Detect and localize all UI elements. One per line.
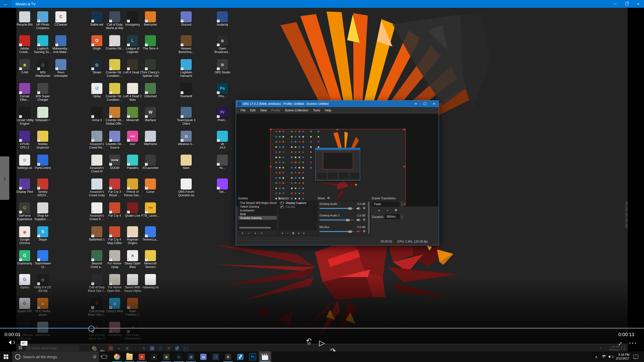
video-desktop-icon: Minecraft Servers — [140, 250, 161, 269]
action-center-icon — [633, 355, 638, 359]
obs-source-item: CS:GO — [278, 205, 317, 209]
volume-button[interactable] — [8, 339, 16, 346]
video-taskbar-app-voicemeeter — [108, 346, 113, 350]
taskbar-clock[interactable]: 3:18 PM 2/12/2017 — [616, 351, 629, 362]
video-tray-icons: ∧ — [600, 347, 602, 349]
obs-status-time: 00:00:01 — [381, 240, 392, 243]
taskbar-app-obs[interactable] — [222, 351, 234, 362]
obs-scenes-label: Scenes — [238, 197, 248, 200]
video-taskbar-app-obs — [167, 346, 171, 350]
video-desktop-icon: MSI Super Charger — [32, 83, 53, 102]
video-desktop-icon: Nvidea Inspector — [32, 131, 53, 149]
play-icon: ▷ — [319, 339, 325, 347]
taskbar-app-steam[interactable] — [185, 351, 197, 362]
tray-volume-icon[interactable] — [608, 351, 614, 362]
obs-menu-profile: Profile — [271, 109, 280, 112]
capture-resize-handle — [270, 166, 271, 167]
video-desktop-icon: ⊙OBS Studio — [212, 59, 233, 74]
obs-scenes-toolbar: +− ∧∨ — [238, 230, 280, 236]
obs-titlebar: ⊙ OBS 17.0.2 (64bit, windows) - Profile:… — [236, 101, 439, 107]
mixer-slider-handle — [348, 207, 352, 210]
mixer-channel-name: Desktop Audio 2 — [319, 214, 340, 217]
close-button[interactable]: × — [632, 0, 644, 8]
taskbar-app-file-explorer[interactable] — [123, 351, 136, 362]
taskbar-app-teamspeak[interactable] — [210, 351, 222, 362]
video-desktop-icon: ParkControl — [32, 155, 53, 170]
obs-scene-item: BRB — [238, 212, 277, 216]
task-view-button[interactable] — [101, 353, 108, 360]
taskbar-app-discord[interactable] — [197, 351, 210, 362]
source-up-icon: ∧ — [298, 232, 300, 235]
wifi-icon[interactable] — [600, 351, 607, 362]
video-editor-icon — [237, 354, 244, 360]
obs-display-capture-source — [270, 129, 406, 206]
obs-status-cpu: CPU: 2.4%, 120.00 fps — [397, 240, 428, 243]
fullscreen-button[interactable]: ↔ — [614, 338, 624, 347]
obs-mixer-scrollbar — [368, 202, 370, 234]
seek-bar[interactable] — [0, 328, 644, 329]
back-button[interactable]: ← — [0, 0, 12, 8]
video-desktop-icon: Notepad++ — [32, 107, 53, 122]
obs-scene-item: In-between — [238, 208, 277, 212]
taskbar-app-msi-afterburner[interactable] — [173, 351, 185, 362]
play-button[interactable]: ▷ — [316, 338, 328, 348]
cam-icon — [163, 354, 170, 360]
taskbar-search-box[interactable]: Search all the things — [12, 351, 99, 362]
seek-handle[interactable] — [88, 326, 94, 332]
obs-menubar: FileEditViewProfileScene CollectionTools… — [236, 107, 439, 114]
taskbar-app-photoshop[interactable] — [247, 351, 259, 362]
taskbar-app-corsair-link[interactable] — [148, 351, 160, 362]
mixer-gear-icon: ⚙ — [363, 230, 366, 233]
minimize-button[interactable] — [609, 0, 621, 8]
video-desktop-icon: OBS Forum Question.txt — [176, 178, 197, 197]
video-start-icon — [19, 346, 23, 351]
mixer-gear-icon: ⚙ — [363, 206, 366, 210]
video-desktop-icon: PsPho... — [212, 83, 233, 98]
video-desktop-icon: ⚙vibrance.G... — [176, 131, 197, 146]
obs-menu-help: Help — [325, 109, 331, 112]
video-desktop-icon: Unturned — [140, 83, 161, 98]
subtitles-button[interactable] — [20, 340, 28, 346]
taskbar-app-chrome[interactable] — [111, 351, 123, 362]
video-taskbar-app-corsair-link — [117, 346, 121, 350]
taskbar-app-video-editor[interactable] — [234, 351, 247, 362]
obs-window: ⊙ OBS 17.0.2 (64bit, windows) - Profile:… — [236, 100, 439, 245]
taskbar-time: 3:18 PM — [618, 353, 629, 357]
start-button[interactable] — [0, 351, 12, 362]
closed-captions-icon — [21, 341, 27, 346]
more-options-button[interactable] — [627, 340, 638, 346]
taskbar-app-voicemeeter[interactable] — [136, 351, 148, 362]
taskbar: Search all the things ∧ 3:18 PM 2/12/201… — [0, 351, 644, 362]
app-title: Movies & TV — [16, 2, 35, 6]
taskbar-app-cam[interactable] — [160, 351, 173, 362]
microphone-icon[interactable] — [93, 355, 96, 359]
video-desktop-icon: Discord — [176, 11, 197, 27]
mixer-gear-icon: ⚙ — [363, 218, 366, 221]
obs-minimize-icon — [415, 104, 417, 104]
add-source-icon: + — [281, 231, 284, 235]
skip-back-button[interactable]: ↶ 10 — [303, 337, 314, 347]
task-view-icon — [102, 355, 106, 359]
obs-menu-tools: Tools — [313, 109, 320, 112]
video-desktop-icon: Heaven Benchma... — [176, 35, 197, 54]
mixer-channel-db: 0.0 dB — [350, 225, 365, 229]
capture-resize-handle — [404, 129, 405, 130]
restore-button[interactable] — [621, 0, 632, 8]
video-desktop-icon: theHunter — [140, 11, 161, 27]
taskbar-app-movies-tv[interactable] — [259, 351, 271, 362]
previous-edge-panel[interactable]: ‹ — [0, 156, 9, 200]
remove-source-icon: − — [287, 231, 289, 235]
obs-button-start-streaming: Start Streaming — [625, 201, 628, 206]
transition-toolbar: +−⚙ — [372, 208, 404, 212]
video-desktop-icon: ⊙Open Broadcast... — [212, 35, 233, 54]
action-center-button[interactable] — [632, 351, 639, 362]
video-desktop-icon: Revo Uninstaller — [50, 59, 71, 78]
obs-scene-item: Twitch Gaming — [238, 205, 277, 208]
tray-overflow-chevron[interactable]: ∧ — [593, 351, 599, 362]
obs-icon — [225, 354, 231, 360]
mixer-channel-name: Desktop Audio — [319, 202, 337, 205]
video-desktop-icon: Malwareby... Anti-Malw... — [50, 35, 71, 54]
video-taskbar-app-chrome — [92, 346, 96, 350]
taskbar-date: 2/12/2017 — [616, 357, 629, 360]
video-desktop-icon: Ve 14.0 — [212, 131, 233, 149]
